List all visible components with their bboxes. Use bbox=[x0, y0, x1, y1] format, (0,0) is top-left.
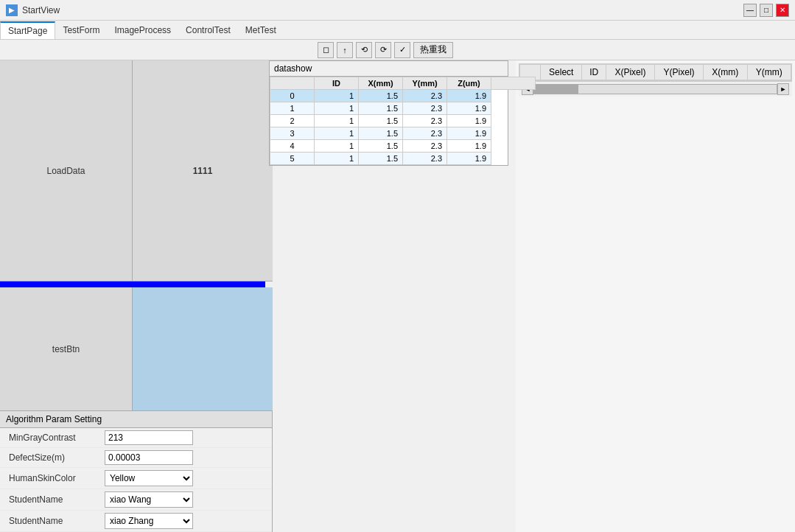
datashow-cell-id: 1 bbox=[315, 102, 359, 115]
toolbar-btn-undo[interactable]: ⟲ bbox=[356, 42, 372, 58]
bottom-area: testBtn bbox=[0, 287, 273, 410]
algo-input-defect[interactable] bbox=[105, 450, 193, 465]
datashow-col-y: Y(mm) bbox=[403, 77, 447, 90]
menu-imageprocess[interactable]: ImageProcess bbox=[107, 22, 178, 38]
algo-label-skincolor: HumanSkinColor bbox=[9, 473, 105, 483]
menu-startpage[interactable]: StartPage bbox=[0, 21, 55, 39]
datashow-col-x: X(mm) bbox=[359, 77, 403, 90]
algo-input-mingray[interactable] bbox=[105, 430, 193, 445]
datashow-cell-y: 2.3 bbox=[403, 153, 447, 165]
datashow-cell-z: 1.9 bbox=[447, 115, 491, 127]
datashow-col-id: ID bbox=[315, 77, 359, 90]
menu-controltest[interactable]: ControlTest bbox=[178, 22, 238, 38]
close-button[interactable]: ✕ bbox=[776, 4, 789, 17]
load-data-button[interactable]: LoadData bbox=[0, 60, 133, 281]
toolbar-btn-check[interactable]: ✓ bbox=[394, 42, 410, 58]
load-area: LoadData 1111 bbox=[0, 60, 273, 281]
datashow-cell-rownum: 3 bbox=[270, 127, 315, 140]
datashow-row[interactable]: 2 1 1.5 2.3 1.9 bbox=[270, 115, 536, 127]
left-column: LoadData 1111 testBtn Algorithm Param Se… bbox=[0, 60, 273, 532]
right-col-ypix: Y(Pixel) bbox=[655, 65, 704, 80]
algo-row-student1: StudentName xiao Wang xiao Zhang bbox=[0, 489, 272, 511]
menu-mettest[interactable]: MetTest bbox=[238, 22, 284, 38]
menu-testform[interactable]: TestForm bbox=[55, 22, 107, 38]
preview-area bbox=[133, 287, 273, 410]
scroll-track[interactable] bbox=[533, 84, 777, 94]
maximize-button[interactable]: □ bbox=[760, 4, 773, 17]
algo-row-defect: DefectSize(m) bbox=[0, 448, 272, 468]
datashow-cell-id: 1 bbox=[315, 115, 359, 127]
minimize-button[interactable]: — bbox=[743, 4, 757, 17]
right-panel: Select ID X(Pixel) Y(Pixel) X(mm) Y(mm) … bbox=[516, 60, 795, 532]
datashow-col-z: Z(um) bbox=[447, 77, 491, 90]
datashow-cell-x: 1.5 bbox=[359, 127, 403, 140]
right-col-ymm: Y(mm) bbox=[747, 65, 791, 80]
datashow-cell-id: 1 bbox=[315, 153, 359, 165]
scroll-thumb bbox=[534, 85, 578, 94]
datashow-cell-rownum: 4 bbox=[270, 140, 315, 153]
toolbar-hot-reload[interactable]: 热重我 bbox=[413, 42, 453, 58]
datashow-cell-z: 1.9 bbox=[447, 102, 491, 115]
algo-select-skincolor[interactable]: Yellow Brown Dark bbox=[105, 470, 193, 486]
datashow-row[interactable]: 4 1 1.5 2.3 1.9 bbox=[270, 140, 536, 153]
algo-panel: Algorithm Param Setting MinGrayContrast … bbox=[0, 410, 273, 532]
toolbar-btn-redo[interactable]: ⟳ bbox=[375, 42, 391, 58]
window-controls: — □ ✕ bbox=[743, 4, 789, 17]
datashow-row[interactable]: 5 1 1.5 2.3 1.9 bbox=[270, 153, 536, 165]
datashow-cell-z: 1.9 bbox=[447, 90, 491, 102]
datashow-row[interactable]: 0 1 1.5 2.3 1.9 bbox=[270, 90, 536, 102]
datashow-cell-x: 1.5 bbox=[359, 153, 403, 165]
right-table: Select ID X(Pixel) Y(Pixel) X(mm) Y(mm) bbox=[519, 64, 791, 80]
toolbar: ◻ ↑ ⟲ ⟳ ✓ 热重我 bbox=[0, 40, 795, 60]
title-bar: ▶ StartView — □ ✕ bbox=[0, 0, 795, 21]
datashow-cell-x: 1.5 bbox=[359, 102, 403, 115]
algo-label-defect: DefectSize(m) bbox=[9, 452, 105, 463]
datashow-table: ID X(mm) Y(mm) Z(um) 0 1 1.5 2.3 1.9 1 1… bbox=[270, 77, 536, 165]
datashow-col-row bbox=[270, 77, 315, 90]
datashow-row[interactable]: 3 1 1.5 2.3 1.9 bbox=[270, 127, 536, 140]
scroll-right-arrow[interactable]: ► bbox=[777, 83, 789, 95]
datashow-cell-z: 1.9 bbox=[447, 153, 491, 165]
datashow-cell-x: 1.5 bbox=[359, 115, 403, 127]
right-col-id: ID bbox=[582, 65, 606, 80]
right-col-select: Select bbox=[541, 65, 582, 80]
right-col-xmm: X(mm) bbox=[704, 65, 747, 80]
datashow-cell-y: 2.3 bbox=[403, 115, 447, 127]
algo-label-student1: StudentName bbox=[9, 494, 105, 505]
datashow-cell-rownum: 5 bbox=[270, 153, 315, 165]
datashow-row[interactable]: 1 1 1.5 2.3 1.9 bbox=[270, 102, 536, 115]
menu-bar: StartPage TestForm ImageProcess ControlT… bbox=[0, 21, 795, 40]
datashow-cell-y: 2.3 bbox=[403, 102, 447, 115]
algo-select-student1[interactable]: xiao Wang xiao Zhang bbox=[105, 491, 193, 508]
datashow-cell-rownum: 1 bbox=[270, 102, 315, 115]
toolbar-btn-select[interactable]: ◻ bbox=[318, 42, 334, 58]
algo-title: Algorithm Param Setting bbox=[0, 411, 272, 428]
datashow-cell-z: 1.9 bbox=[447, 140, 491, 153]
app-title: StartView bbox=[22, 5, 60, 15]
algo-row-student2: StudentName xiao Wang xiao Zhang bbox=[0, 511, 272, 532]
datashow-cell-rownum: 0 bbox=[270, 90, 315, 102]
right-table-scroll[interactable]: Select ID X(Pixel) Y(Pixel) X(mm) Y(mm) bbox=[519, 63, 792, 81]
datashow-panel: datashow ID X(mm) Y(mm) Z(um) 0 1 1.5 2.… bbox=[269, 60, 508, 166]
datashow-cell-id: 1 bbox=[315, 127, 359, 140]
main-content: LoadData 1111 testBtn Algorithm Param Se… bbox=[0, 60, 795, 532]
datashow-cell-id: 1 bbox=[315, 140, 359, 153]
datashow-cell-y: 2.3 bbox=[403, 90, 447, 102]
h-scrollbar[interactable]: ◄ ► bbox=[519, 81, 792, 97]
toolbar-btn-up[interactable]: ↑ bbox=[337, 42, 353, 58]
test-btn-button[interactable]: testBtn bbox=[0, 287, 133, 410]
algo-row-skincolor: HumanSkinColor Yellow Brown Dark bbox=[0, 468, 272, 489]
datashow-cell-z: 1.9 bbox=[447, 127, 491, 140]
datashow-cell-x: 1.5 bbox=[359, 140, 403, 153]
algo-select-student2[interactable]: xiao Wang xiao Zhang bbox=[105, 513, 193, 529]
datashow-cell-y: 2.3 bbox=[403, 127, 447, 140]
datashow-cell-x: 1.5 bbox=[359, 90, 403, 102]
data-value-display: 1111 bbox=[133, 60, 273, 281]
datashow-title: datashow bbox=[270, 61, 508, 77]
progress-bar bbox=[0, 281, 265, 287]
datashow-cell-y: 2.3 bbox=[403, 140, 447, 153]
datashow-cell-id: 1 bbox=[315, 90, 359, 102]
datashow-col-scroll bbox=[491, 77, 536, 90]
algo-row-mingray: MinGrayContrast bbox=[0, 428, 272, 448]
algo-label-student2: StudentName bbox=[9, 516, 105, 526]
